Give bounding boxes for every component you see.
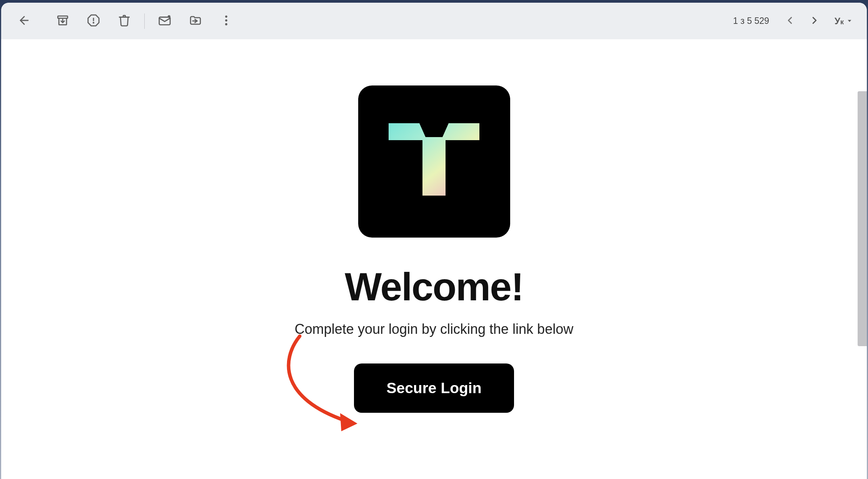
svg-marker-12 <box>848 20 851 22</box>
svg-point-10 <box>225 19 227 22</box>
archive-button[interactable] <box>47 8 78 35</box>
delete-button[interactable] <box>109 8 140 35</box>
scrollbar-thumb[interactable] <box>858 91 867 346</box>
spam-button[interactable] <box>78 8 109 35</box>
message-counter: 1 з 5 529 <box>726 16 776 26</box>
more-button[interactable] <box>211 8 242 35</box>
secure-login-button[interactable]: Secure Login <box>354 363 514 413</box>
welcome-subheading: Complete your login by clicking the link… <box>295 321 573 337</box>
toolbar-divider <box>144 13 145 29</box>
next-message-button[interactable] <box>804 10 825 32</box>
archive-icon <box>56 14 69 28</box>
curved-arrow-icon <box>277 435 377 442</box>
svg-point-9 <box>225 15 227 18</box>
t-logo-icon <box>384 111 484 213</box>
move-to-button[interactable] <box>180 8 211 35</box>
chevron-right-icon <box>809 15 820 28</box>
caret-down-icon <box>846 16 853 27</box>
folder-move-icon <box>189 14 202 28</box>
prev-message-button[interactable] <box>779 10 801 32</box>
language-label: Ук <box>835 16 844 27</box>
email-body: Welcome! Complete your login by clicking… <box>1 39 867 479</box>
language-selector[interactable]: Ук <box>828 16 859 27</box>
svg-point-5 <box>93 22 94 23</box>
welcome-heading: Welcome! <box>345 265 523 310</box>
chevron-left-icon <box>784 15 796 28</box>
svg-point-11 <box>225 23 227 25</box>
email-window: 1 з 5 529 Ук <box>1 3 867 479</box>
toolbar: 1 з 5 529 Ук <box>1 3 867 39</box>
svg-marker-13 <box>340 413 357 431</box>
report-icon <box>87 14 100 28</box>
mail-unread-icon <box>158 14 171 28</box>
more-vertical-icon <box>220 14 233 28</box>
svg-point-7 <box>168 15 170 18</box>
trash-icon <box>118 14 131 28</box>
arrow-left-icon <box>18 14 31 28</box>
brand-logo-tile <box>358 85 510 238</box>
mark-unread-button[interactable] <box>149 8 180 35</box>
back-button[interactable] <box>9 8 40 35</box>
